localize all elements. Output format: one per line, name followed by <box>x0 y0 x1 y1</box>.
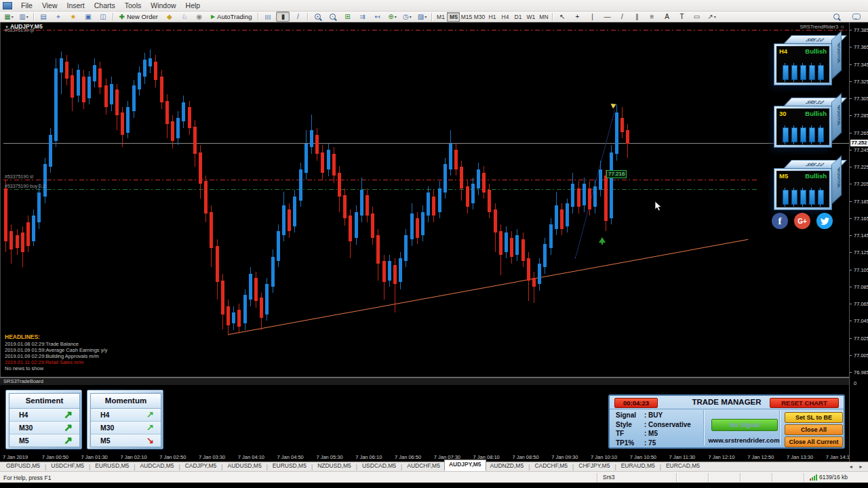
chart-shift-icon[interactable]: ↤ <box>370 12 384 22</box>
tab-audchf-m5[interactable]: AUDCHF,M5 <box>403 462 444 471</box>
menu-help[interactable]: Help <box>181 0 205 11</box>
timeframe-h4[interactable]: H4 <box>498 12 511 22</box>
tab-euraud-m5[interactable]: EURAUD,M5 <box>617 462 659 471</box>
sounds-icon[interactable]: ◉ <box>193 12 206 22</box>
tab-chfjpy-m5[interactable]: CHFJPY,M5 <box>574 462 614 471</box>
chart-area[interactable] <box>0 22 850 377</box>
set-sl-to-be-button[interactable]: Set SL to BE <box>785 412 843 423</box>
autotrading-button[interactable]: ▶AutoTrading <box>208 12 256 22</box>
search-icon[interactable] <box>829 12 843 22</box>
periods-icon[interactable]: ◷▾ <box>400 12 414 22</box>
no-signal-button[interactable]: No Signal <box>711 419 778 431</box>
tab-usdchf-m5[interactable]: USDCHF,M5 <box>47 462 88 471</box>
metaeditor-icon: ◆ <box>167 14 172 20</box>
chart-shift-icon: ↤ <box>374 14 380 20</box>
tab-usdcad-m5[interactable]: USDCAD,M5 <box>358 462 400 471</box>
timeframe-m15[interactable]: M15 <box>460 12 473 22</box>
menu-charts[interactable]: Charts <box>90 0 120 11</box>
horizontal-line-icon[interactable]: — <box>600 12 614 22</box>
timeframe-w1[interactable]: W1 <box>524 12 537 22</box>
candlestick-icon[interactable]: ▮ <box>276 12 290 22</box>
headline-item: 2019.01.11 02:29:Retail Sales m/m <box>5 359 107 365</box>
price-axis[interactable]: 77.38577.36577.34577.32577.30577.28577.2… <box>849 22 868 462</box>
trendline-icon[interactable]: / <box>615 12 629 22</box>
monitor-face: H4Bullish <box>774 43 832 85</box>
candle-icon <box>783 65 789 80</box>
tab-audjpy-m5[interactable]: AUDJPY,M5 <box>444 460 486 471</box>
new-order-button[interactable]: ✚New Order <box>116 12 161 22</box>
tab-eurcad-m5[interactable]: EURCAD,M5 <box>662 462 704 471</box>
timeframe-d1[interactable]: D1 <box>511 12 524 22</box>
tab-cadchf-m5[interactable]: CADCHF,M5 <box>530 462 572 471</box>
navigator-icon[interactable]: ★ <box>66 12 80 22</box>
crosshair-tool-icon[interactable]: + <box>570 12 584 22</box>
zoom-out-icon[interactable]: - <box>326 12 339 22</box>
strategy-tester-icon[interactable]: ◫ <box>96 12 110 22</box>
timeframe-m30[interactable]: M30 <box>473 12 486 22</box>
templates-icon[interactable]: ▨▾ <box>415 12 429 22</box>
line-chart-icon: / <box>297 14 299 20</box>
toolbar-separator <box>33 13 34 21</box>
field-label: Signal <box>616 411 644 420</box>
close-all-current-button[interactable]: Close All Current <box>785 436 843 447</box>
shapes-icon[interactable]: ▭ <box>690 12 703 22</box>
tab-eurusd-m5[interactable]: EURUSD,M5 <box>91 462 133 471</box>
google-plus-icon[interactable]: G+ <box>794 213 810 229</box>
menu-view[interactable]: View <box>37 0 62 11</box>
tab-nzdusd-m5[interactable]: NZDUSD,M5 <box>313 462 355 471</box>
timeframe-mn[interactable]: MN <box>537 12 550 22</box>
new-chart-icon: ▦ <box>4 14 10 20</box>
timeframe-m1[interactable]: M1 <box>434 12 447 22</box>
field-value: M5 <box>648 430 658 437</box>
zoom-in-icon[interactable]: + <box>311 12 324 22</box>
price-tick <box>850 150 852 150</box>
time-axis[interactable]: 7 Jan 20197 Jan 00:507 Jan 01:307 Jan 02… <box>0 453 849 462</box>
twitter-icon[interactable] <box>816 213 833 229</box>
monitor-screen: 30Bullish <box>776 108 829 145</box>
menu-insert[interactable]: Insert <box>62 0 90 11</box>
new-chart-icon[interactable]: ▦▾ <box>2 12 16 22</box>
timeframe-m5[interactable]: M5 <box>447 12 460 22</box>
tab-scroll-arrows[interactable]: ◄ ► <box>848 463 865 471</box>
price-tick-label: 77.205 <box>854 181 868 187</box>
line-chart-icon[interactable]: / <box>291 12 304 22</box>
data-window-icon[interactable]: ⌖ <box>52 12 65 22</box>
tab-gbpusd-m5[interactable]: GBPUSD,M5 <box>2 462 44 471</box>
indicators-icon[interactable]: ⊕▾ <box>385 12 399 22</box>
menu-file[interactable]: File <box>16 0 37 11</box>
text-tool-icon[interactable]: A <box>660 12 673 22</box>
status-profile: Srs3 <box>597 473 676 482</box>
chat-icon[interactable] <box>850 12 863 22</box>
tile-windows-icon[interactable]: ⊞ <box>340 12 354 22</box>
bar-chart-icon[interactable]: ||| <box>261 12 275 22</box>
profiles-icon[interactable]: ▥▾ <box>17 12 31 22</box>
tab-audusd-m5[interactable]: AUDUSD,M5 <box>224 462 266 471</box>
autoscroll-icon[interactable]: ⇉ <box>355 12 369 22</box>
time-label: 7 Jan 05:30 <box>316 454 342 460</box>
price-tick <box>850 321 852 321</box>
cursor-tool-icon[interactable]: ↖ <box>555 12 569 22</box>
board-row-m5: M5↗ <box>9 434 79 447</box>
tab-audnzd-m5[interactable]: AUDNZD,M5 <box>486 462 528 471</box>
fibonacci-icon[interactable]: ≡ <box>645 12 658 22</box>
close-all-button[interactable]: Close All <box>785 424 843 435</box>
timeframe-h1[interactable]: H1 <box>486 12 498 22</box>
arrows-tool-icon[interactable]: ↗▾ <box>705 12 718 22</box>
tab-audcad-m5[interactable]: AUDCAD,M5 <box>136 462 178 471</box>
time-label: 7 Jan 00:50 <box>42 454 68 460</box>
tab-cadjpy-m5[interactable]: CADJPY,M5 <box>181 462 221 471</box>
terminal-icon[interactable]: ▣ <box>81 12 95 22</box>
market-watch-icon[interactable]: ▤ <box>37 12 50 22</box>
experts-icon[interactable]: ♘ <box>178 12 191 22</box>
tab-eurusd-m5[interactable]: EURUSD,M5 <box>269 462 311 471</box>
status-bar: For Help, press F1 Srs3 6139/16 kb <box>0 471 868 483</box>
channel-icon[interactable]: ∥ <box>630 12 644 22</box>
label-tool-icon[interactable]: T <box>675 12 688 22</box>
reset-chart-button[interactable]: RESET CHART <box>770 398 839 408</box>
menu-window[interactable]: Window <box>146 0 180 11</box>
metaeditor-icon[interactable]: ◆ <box>163 12 176 22</box>
menu-tools[interactable]: Tools <box>120 0 146 11</box>
vertical-line-icon[interactable]: | <box>585 12 599 22</box>
field-value: Conservative <box>648 421 691 428</box>
facebook-icon[interactable]: f <box>772 213 788 229</box>
